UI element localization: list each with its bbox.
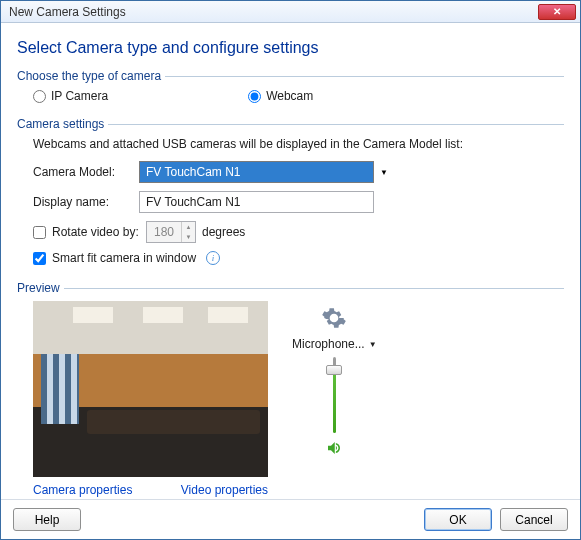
divider [64, 288, 564, 289]
group-preview: Preview Camera properties Video properti… [17, 281, 564, 497]
legend-preview: Preview [17, 281, 60, 295]
settings-info-text: Webcams and attached USB cameras will be… [33, 137, 564, 151]
group-camera-settings: Camera settings Webcams and attached USB… [17, 117, 564, 273]
radio-webcam-input[interactable] [248, 90, 261, 103]
rotate-spinner[interactable]: 180 ▲ ▼ [146, 221, 196, 243]
radio-ip-camera[interactable]: IP Camera [33, 89, 108, 103]
display-name-input[interactable] [139, 191, 374, 213]
microphone-label: Microphone... [292, 337, 365, 351]
radio-ip-camera-input[interactable] [33, 90, 46, 103]
rotate-unit: degrees [202, 225, 245, 239]
spinner-down-icon[interactable]: ▼ [181, 232, 195, 242]
volume-slider[interactable] [324, 357, 344, 433]
rotate-label: Rotate video by: [52, 225, 140, 239]
page-heading: Select Camera type and configure setting… [17, 39, 564, 57]
help-button[interactable]: Help [13, 508, 81, 531]
legend-camera-type: Choose the type of camera [17, 69, 161, 83]
window-title: New Camera Settings [5, 5, 538, 19]
group-camera-type: Choose the type of camera IP Camera Webc… [17, 69, 564, 109]
video-properties-link[interactable]: Video properties [181, 483, 268, 497]
divider [108, 124, 564, 125]
close-button[interactable]: ✕ [538, 4, 576, 20]
gear-icon[interactable] [321, 305, 347, 331]
radio-webcam[interactable]: Webcam [248, 89, 313, 103]
cancel-button[interactable]: Cancel [500, 508, 568, 531]
chevron-down-icon[interactable]: ▼ [377, 164, 391, 180]
spinner-up-icon[interactable]: ▲ [181, 222, 195, 232]
slider-thumb[interactable] [326, 365, 342, 375]
display-name-label: Display name: [33, 195, 133, 209]
radio-ip-camera-label: IP Camera [51, 89, 108, 103]
titlebar: New Camera Settings ✕ [1, 1, 580, 23]
rotate-value: 180 [147, 225, 181, 239]
chevron-down-icon: ▼ [369, 340, 377, 349]
legend-camera-settings: Camera settings [17, 117, 104, 131]
speaker-icon[interactable] [325, 439, 343, 457]
camera-properties-link[interactable]: Camera properties [33, 483, 132, 497]
close-icon: ✕ [553, 6, 561, 17]
rotate-checkbox[interactable] [33, 226, 46, 239]
smartfit-checkbox[interactable] [33, 252, 46, 265]
microphone-select[interactable]: Microphone... ▼ [292, 337, 377, 351]
audio-controls: Microphone... ▼ [292, 301, 377, 497]
dialog-body: Select Camera type and configure setting… [1, 23, 580, 499]
smartfit-label: Smart fit camera in window [52, 251, 196, 265]
radio-webcam-label: Webcam [266, 89, 313, 103]
info-icon[interactable]: i [206, 251, 220, 265]
divider [165, 76, 564, 77]
dialog-footer: Help OK Cancel [1, 499, 580, 539]
dialog-window: New Camera Settings ✕ Select Camera type… [0, 0, 581, 540]
preview-image [33, 301, 268, 477]
camera-model-label: Camera Model: [33, 165, 133, 179]
camera-model-value: FV TouchCam N1 [146, 165, 240, 179]
camera-model-select[interactable]: FV TouchCam N1 ▼ [139, 161, 374, 183]
ok-button[interactable]: OK [424, 508, 492, 531]
